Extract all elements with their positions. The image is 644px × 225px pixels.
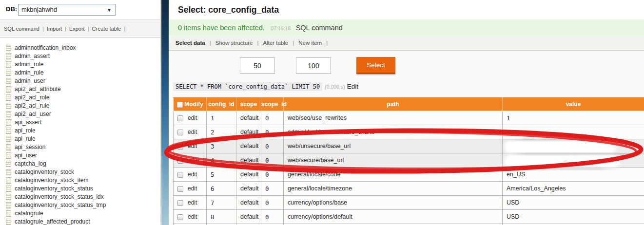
table-list-item[interactable]: adminnotification_inbox [0,44,160,52]
menu-import[interactable]: Import [47,26,62,32]
edit-link[interactable]: edit [188,129,197,135]
cell-scope-id: 0 [261,139,284,153]
table-list-item[interactable]: cataloginventory_stock [0,168,160,176]
menu-export[interactable]: Export [69,26,85,32]
table-icon [6,70,11,76]
cell-config-id: 3 [207,139,236,153]
table-row: edit 6 default 0 general/locale/timezone… [174,182,644,196]
edit-link[interactable]: edit [188,171,197,178]
table-list-item[interactable]: api2_acl_attribute [0,85,160,94]
cell-scope-id: 0 [261,168,284,182]
sql-edit-link[interactable]: Edit [347,83,358,90]
redaction-smudge [503,153,636,155]
edit-link[interactable]: edit [188,213,197,220]
separator: | [293,40,294,46]
header-modify: Modify [174,98,207,111]
cell-scope: default [236,125,261,139]
table-icon [6,210,11,217]
table-list-item[interactable]: catalogrule_affected_product [0,218,160,225]
sql-command-link[interactable]: SQL command [296,24,343,32]
header-scope-id: scope_id [261,98,284,111]
table-row: edit 2 default 0 admin/dashboard/enable_… [174,125,644,139]
table-list-item[interactable]: api2_acl_rule [0,102,160,110]
row-checkbox[interactable] [177,144,183,150]
table-row: edit 7 default 0 currency/options/base U… [174,196,644,210]
table-list-item[interactable]: api_user [0,151,160,160]
separator: | [326,40,328,46]
row-checkbox[interactable] [177,214,183,220]
table-icon [6,194,11,200]
redacted-value-blob [506,156,618,166]
row-checkbox[interactable] [177,130,183,135]
status-timestamp: 07:16:18 [271,25,291,31]
tab-new-item[interactable]: New item [298,40,322,46]
cell-path: general/locale/code [284,168,503,182]
redacted-value-blob [506,142,614,152]
menu-create-table[interactable]: Create table [92,26,121,32]
cell-path: currency/options/default [284,210,503,224]
edit-link[interactable]: edit [188,143,197,150]
row-checkbox[interactable] [177,172,183,178]
chevron-down-icon: ▼ [107,5,112,16]
table-list-item[interactable]: api_session [0,143,160,151]
db-select[interactable]: mkbnjahwhd ▼ [18,4,116,16]
table-list-item[interactable]: cataloginventory_stock_status_tmp [0,201,160,209]
row-checkbox[interactable] [177,115,183,121]
text-length-input[interactable] [296,57,331,74]
table-list-item[interactable]: admin_assert [0,52,160,60]
tab-show-structure[interactable]: Show structure [215,40,253,46]
table-icon [6,152,11,159]
table-icon [6,161,11,167]
select-button[interactable]: Select [356,57,395,74]
table-list-item[interactable]: api2_acl_user [0,110,160,118]
table-icon [6,186,11,192]
cell-path: web/secure/base_url [284,153,503,168]
cell-value: USD [503,210,644,224]
tab-bar: Select data|Show structure|Alter table|N… [169,36,644,51]
edit-link[interactable]: edit [188,199,197,206]
separator: | [88,26,89,32]
limit-input[interactable] [240,57,275,74]
cell-config-id: 2 [207,125,236,139]
table-list-item[interactable]: api_role [0,127,160,135]
redaction-smudge [505,168,622,170]
edit-link[interactable]: edit [188,114,197,121]
row-checkbox[interactable] [177,186,183,192]
cell-config-id: 4 [207,153,236,168]
header-scope: scope [236,98,261,111]
row-checkbox[interactable] [177,158,183,164]
header-value: value [503,98,644,111]
menu-sql-command[interactable]: SQL command [4,26,39,32]
table-list-item[interactable]: api_rule [0,135,160,143]
select-all-checkbox[interactable] [177,102,183,108]
cell-scope: default [236,153,261,168]
edit-link[interactable]: edit [188,185,197,192]
cell-path: general/locale/timezone [284,182,503,196]
table-icon [6,61,11,68]
table-list-item[interactable]: cataloginventory_stock_status_idx [0,193,160,201]
table-list-item[interactable]: admin_role [0,60,160,69]
table-list-item[interactable]: api2_acl_role [0,94,160,102]
table-list-item[interactable]: cataloginventory_stock_item [0,176,160,185]
tab-select-data[interactable]: Select data [176,40,205,46]
row-checkbox[interactable] [177,200,183,206]
table-icon [6,53,11,59]
table-list-item[interactable]: api_assert [0,118,160,127]
cell-config-id: 1 [207,111,236,125]
cell-scope: default [236,111,261,125]
table-list-item[interactable]: captcha_log [0,160,160,168]
redaction-smudge [503,139,634,141]
cell-scope: default [236,168,261,182]
table-icon [6,177,11,184]
table-list-item[interactable]: admin_user [0,77,160,85]
cell-value: 1 [503,111,644,125]
table-list-item[interactable]: cataloginventory_stock_status [0,185,160,193]
tab-alter-table[interactable]: Alter table [263,40,288,46]
cell-scope: default [236,196,261,210]
table-list-item[interactable]: admin_rule [0,69,160,77]
edit-link[interactable]: edit [188,157,197,164]
separator: | [257,40,258,46]
table-list-item[interactable]: catalogrule [0,209,160,218]
cell-scope-id: 0 [261,182,284,196]
cell-scope: default [236,182,261,196]
